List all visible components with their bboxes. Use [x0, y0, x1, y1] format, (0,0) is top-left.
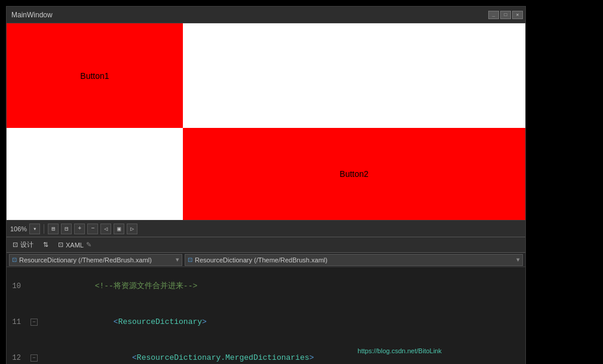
line-content-12: <ResourceDictionary.MergedDictionaries> — [39, 340, 525, 364]
xaml-tab-icon: ⊡ — [58, 241, 63, 249]
left-dropdown-arrow: ▾ — [176, 256, 179, 264]
left-dropdown-icon: ⊡ — [12, 256, 17, 263]
code-line-10: 10 <!--将资源文件合并进来--> — [7, 268, 525, 304]
xaml-tab-label: XAML — [66, 241, 84, 249]
button1-cell[interactable]: Button1 — [7, 23, 183, 128]
zoom-dropdown-icon[interactable]: ▾ — [29, 224, 40, 234]
image-icon[interactable]: ▣ — [114, 224, 124, 234]
zoom-level: 106% — [10, 225, 27, 233]
code-editor[interactable]: 10 <!--将资源文件合并进来--> 11 − <ResourceDictio… — [7, 267, 525, 364]
dropdown-row: ⊡ ResourceDictionary (/Theme/RedBrush.xa… — [7, 253, 525, 267]
toolbar-strip: 106% ▾ ⊞ ⊟ + − ◁ ▣ ▷ — [7, 221, 525, 237]
right-dropdown-icon: ⊡ — [188, 256, 192, 263]
line-num-12: 12 — [7, 352, 26, 364]
line-num-11: 11 — [7, 316, 26, 328]
toolbar-sep1 — [44, 224, 44, 234]
title-bar: MainWindow _ □ ✕ — [7, 7, 525, 23]
right-dropdown-text: ResourceDictionary (/Theme/RedBrush.xaml… — [195, 256, 327, 264]
line-content-10: <!--将资源文件合并进来--> — [39, 268, 525, 304]
button1-label: Button1 — [80, 71, 109, 81]
swap-icon[interactable]: ⇅ — [41, 240, 51, 250]
minimize-button[interactable]: _ — [488, 11, 499, 19]
right-dropdown[interactable]: ⊡ ResourceDictionary (/Theme/RedBrush.xa… — [185, 254, 523, 266]
button2-label: Button2 — [339, 169, 368, 179]
design-tab[interactable]: ⊡ 设计 — [10, 239, 36, 250]
plus-icon[interactable]: + — [74, 224, 85, 234]
top-right-cell — [183, 23, 525, 128]
left-icon[interactable]: ◁ — [100, 224, 111, 234]
bottom-left-cell — [7, 128, 183, 220]
xaml-tab-edit-icon: ✎ — [86, 241, 91, 249]
close-button[interactable]: ✕ — [512, 11, 523, 19]
collapse-icon-11[interactable]: − — [30, 319, 38, 326]
editor-container: ⊡ ResourceDictionary (/Theme/RedBrush.xa… — [7, 253, 525, 364]
code-line-11: 11 − <ResourceDictionary> — [7, 304, 525, 340]
left-dropdown-text: ResourceDictionary (/Theme/RedBrush.xaml… — [19, 256, 152, 264]
code-lines: 10 <!--将资源文件合并进来--> 11 − <ResourceDictio… — [7, 267, 525, 364]
maximize-button[interactable]: □ — [500, 11, 511, 19]
right-dropdown-arrow: ▾ — [516, 256, 520, 264]
left-dropdown[interactable]: ⊡ ResourceDictionary (/Theme/RedBrush.xa… — [9, 254, 182, 266]
right-icon[interactable]: ▷ — [127, 224, 137, 234]
design-tab-label: 设计 — [20, 240, 33, 249]
button2-cell[interactable]: Button2 — [183, 128, 525, 220]
minus-icon[interactable]: − — [87, 224, 98, 234]
ide-window: MainWindow _ □ ✕ Button1 Button2 106% ▾ … — [6, 6, 526, 364]
design-tab-icon: ⊡ — [13, 241, 18, 249]
design-area: Button1 Button2 — [7, 23, 525, 221]
collapse-icon-12[interactable]: − — [30, 354, 38, 362]
grid2-icon[interactable]: ⊟ — [61, 224, 72, 234]
code-line-12: 12 − <ResourceDictionary.MergedDictionar… — [7, 340, 525, 364]
comment-10: <!--将资源文件合并进来--> — [95, 282, 198, 290]
line-content-11: <ResourceDictionary> — [39, 304, 525, 340]
window-title: MainWindow — [11, 11, 53, 19]
line-num-10: 10 — [7, 280, 26, 292]
blog-link[interactable]: https://blog.csdn.net/BitoLink — [357, 347, 442, 354]
tab-bar: ⊡ 设计 ⇅ ⊡ XAML ✎ — [7, 237, 525, 253]
xaml-tab[interactable]: ⊡ XAML ✎ — [56, 240, 94, 250]
grid-icon[interactable]: ⊞ — [48, 224, 59, 234]
title-bar-controls: _ □ ✕ — [488, 11, 523, 19]
